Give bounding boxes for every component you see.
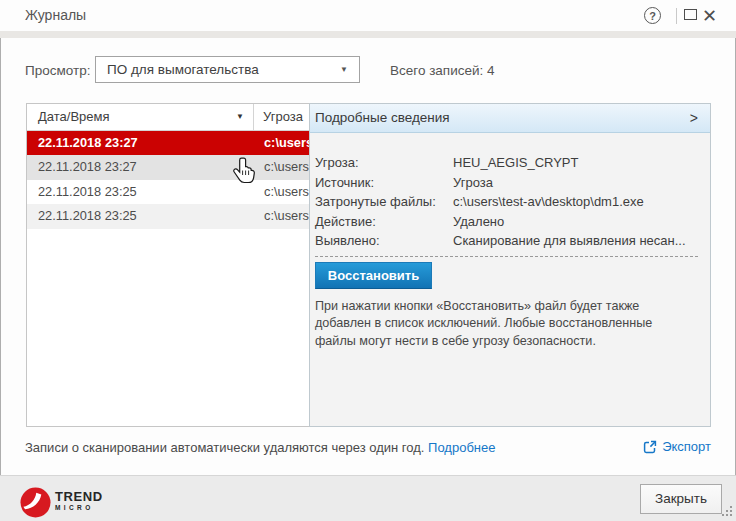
view-filter-dropdown[interactable]: ПО для вымогательства ▼ [95,56,360,83]
logs-window: { "window": { "title": "Журналы" }, "ico… [0,0,736,521]
detail-field: Угроза: HEU_AEGIS_CRYPT [315,153,698,173]
detail-field-label: Угроза: [315,153,453,173]
total-records-label: Всего записей: 4 [390,63,495,78]
detail-field-value: Угроза [453,173,698,193]
view-filter-value: ПО для вымогательства [107,57,259,82]
trend-micro-logo-icon [20,487,51,518]
page-title: Журналы [25,0,86,31]
titlebar-divider [676,8,677,24]
detail-field: Действие: Удалено [315,212,698,232]
detail-field-value: Удалено [453,212,698,232]
details-panel-body: Угроза: HEU_AEGIS_CRYPT Источник: Угроза… [310,133,710,350]
brand-micro: MICRO [55,503,103,512]
view-filter-label: Просмотр: [25,63,90,78]
detail-field-label: Затронутые файлы: [315,192,453,212]
cell-datetime: 22.11.2018 23:27 [27,131,255,155]
sort-desc-icon[interactable]: ▼ [236,104,244,130]
detail-field-label: Выявлено: [315,231,453,251]
chevron-right-icon[interactable]: > [690,104,698,132]
help-icon[interactable]: ? [644,7,661,24]
titlebar: Журналы ? ✕ [0,0,736,31]
detail-field-value: Сканирование для выявления несан... [453,231,698,251]
retention-note-text: Записи о сканировании автоматически удал… [25,440,424,455]
detail-field: Выявлено: Сканирование для выявления нес… [315,231,698,251]
cell-datetime: 22.11.2018 23:27 [27,155,255,179]
brand-text: TREND MICRO [55,490,103,512]
column-header-datetime[interactable]: Дата/Время ▼ [27,104,254,130]
bottom-bar: TREND MICRO Закрыть [0,475,736,521]
detail-field-label: Действие: [315,212,453,232]
dashed-separator [315,256,698,257]
titlebar-strip [0,31,736,38]
details-panel-title: Подробные сведения [315,104,450,132]
resize-grip-dots [730,514,732,516]
cell-datetime: 22.11.2018 23:25 [27,204,255,228]
details-panel-header[interactable]: Подробные сведения > [310,104,710,133]
restore-warning-text: При нажатии кнопки «Восстановить» файл б… [315,298,695,351]
brand-trend: TREND [55,490,103,503]
detail-field-value: HEU_AEGIS_CRYPT [453,153,698,173]
more-info-link[interactable]: Подробнее [428,440,495,455]
export-button[interactable]: Экспорт [643,439,711,454]
cell-datetime: 22.11.2018 23:25 [27,180,255,204]
details-panel: Подробные сведения > Угроза: HEU_AEGIS_C… [309,103,711,427]
detail-field-value: c:\users\test-av\desktop\dm1.exe [453,192,698,212]
detail-field-label: Источник: [315,173,453,193]
column-header-datetime-label: Дата/Время [38,109,110,124]
retention-note: Записи о сканировании автоматически удал… [25,440,495,455]
export-icon [643,440,657,454]
restore-button[interactable]: Восстановить [315,262,432,289]
detail-field: Источник: Угроза [315,173,698,193]
column-header-threat-label: Угроза [263,109,303,124]
export-label: Экспорт [662,439,711,454]
close-icon[interactable]: ✕ [702,3,717,29]
detail-field: Затронутые файлы: c:\users\test-av\deskt… [315,192,698,212]
maximize-icon[interactable] [684,9,697,20]
close-button[interactable]: Закрыть [640,484,722,514]
chevron-down-icon: ▼ [340,57,348,82]
resize-grip[interactable] [722,506,733,517]
